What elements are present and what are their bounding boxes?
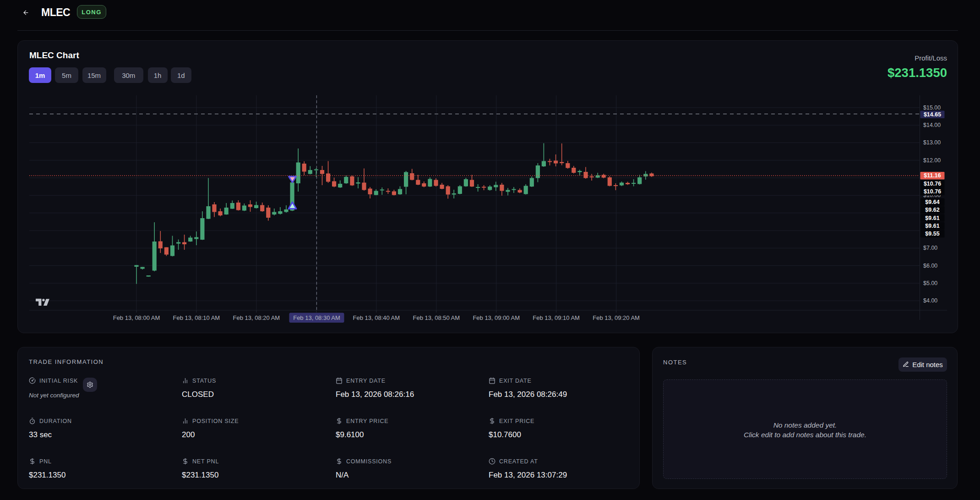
svg-text:$15.00: $15.00	[923, 104, 941, 111]
svg-text:$12.00: $12.00	[923, 157, 941, 164]
svg-text:Feb 13, 08:30 AM: Feb 13, 08:30 AM	[293, 314, 340, 321]
svg-text:$5.00: $5.00	[923, 280, 937, 286]
svg-text:$13.00: $13.00	[923, 139, 941, 146]
svg-text:$4.00: $4.00	[923, 297, 937, 304]
svg-text:Feb 13, 08:10 AM: Feb 13, 08:10 AM	[173, 314, 220, 321]
svg-text:$14.65: $14.65	[924, 111, 941, 118]
svg-text:Feb 13, 08:20 AM: Feb 13, 08:20 AM	[233, 314, 280, 321]
svg-text:Feb 13, 09:00 AM: Feb 13, 09:00 AM	[473, 314, 520, 321]
svg-text:Feb 13, 09:20 AM: Feb 13, 09:20 AM	[593, 314, 640, 321]
svg-text:Feb 13, 08:50 AM: Feb 13, 08:50 AM	[413, 314, 460, 321]
svg-text:Feb 13, 08:40 AM: Feb 13, 08:40 AM	[353, 314, 400, 321]
svg-text:$9.61: $9.61	[925, 223, 939, 229]
svg-text:Feb 13, 09:10 AM: Feb 13, 09:10 AM	[533, 314, 580, 321]
svg-text:$11.16: $11.16	[924, 172, 941, 179]
svg-text:$6.00: $6.00	[923, 263, 937, 269]
svg-text:$9.61: $9.61	[925, 215, 939, 221]
svg-text:$7.00: $7.00	[923, 245, 937, 251]
svg-text:$9.64: $9.64	[925, 199, 939, 205]
svg-text:$9.55: $9.55	[925, 231, 939, 237]
svg-text:$10.76: $10.76	[924, 188, 941, 195]
svg-text:Feb 13, 08:00 AM: Feb 13, 08:00 AM	[113, 314, 160, 321]
svg-text:$9.62: $9.62	[925, 207, 939, 213]
svg-text:$14.00: $14.00	[923, 122, 941, 128]
svg-text:$10.76: $10.76	[924, 181, 941, 187]
